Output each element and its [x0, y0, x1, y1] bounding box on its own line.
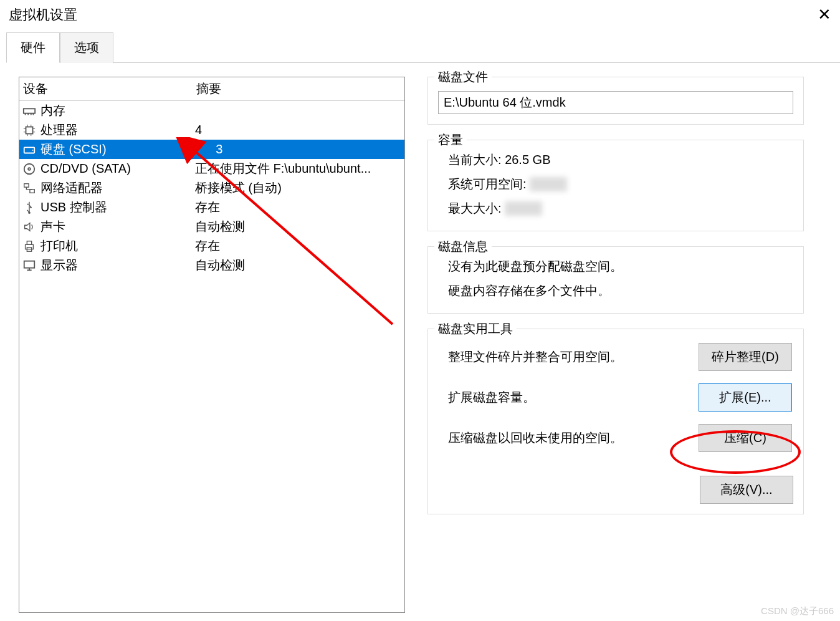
device-name: 声卡 [41, 218, 195, 235]
device-row-network[interactable]: 网络适配器 桥接模式 (自动) [19, 178, 404, 198]
disc-icon [22, 161, 37, 176]
device-table: 设备 摘要 内存 处理器 4 硬盘 (SCSI) 3 [19, 77, 405, 613]
max-size-value [505, 201, 542, 216]
tab-hardware[interactable]: 硬件 [6, 32, 60, 63]
device-row-printer[interactable]: 打印机 存在 [19, 236, 404, 256]
printer-icon [22, 239, 37, 254]
device-summary: 存在 [195, 238, 402, 254]
svg-rect-19 [30, 189, 34, 193]
device-name: 硬盘 (SCSI) [41, 141, 195, 158]
header-summary: 摘要 [196, 80, 221, 97]
device-row-cddvd[interactable]: CD/DVD (SATA) 正在使用文件 F:\ubuntu\ubunt... [19, 159, 404, 178]
current-size-label: 当前大小: [448, 153, 502, 166]
diskinfo-line1: 没有为此硬盘预分配磁盘空间。 [438, 254, 793, 279]
expand-button[interactable]: 扩展(E)... [699, 383, 792, 412]
watermark: CSDN @达子666 [761, 605, 834, 617]
utilities-group: 磁盘实用工具 整理文件碎片并整合可用空间。 碎片整理(D) 扩展磁盘容量。 扩展… [427, 329, 804, 514]
device-summary: 4 [195, 123, 402, 137]
defrag-button[interactable]: 碎片整理(D) [699, 343, 792, 371]
capacity-group: 容量 当前大小: 26.5 GB 系统可用空间: 最大大小: [427, 140, 804, 231]
device-row-display[interactable]: 显示器 自动检测 [19, 256, 404, 275]
device-summary: 正在使用文件 F:\ubuntu\ubunt... [195, 160, 402, 177]
svg-rect-0 [24, 108, 35, 113]
compact-desc: 压缩磁盘以回收未使用的空间。 [439, 430, 623, 446]
device-row-sound[interactable]: 声卡 自动检测 [19, 217, 404, 236]
diskinfo-title: 磁盘信息 [434, 238, 492, 255]
defrag-desc: 整理文件碎片并整合可用空间。 [439, 349, 623, 365]
disk-icon [22, 142, 37, 157]
device-summary: 桥接模式 (自动) [195, 180, 402, 196]
device-summary [195, 104, 402, 118]
utilities-title: 磁盘实用工具 [434, 320, 517, 337]
diskfile-title: 磁盘文件 [434, 69, 492, 85]
window-title: 虚拟机设置 [9, 6, 77, 24]
network-icon [22, 181, 37, 196]
device-summary: 自动检测 [195, 257, 402, 274]
device-name: 网络适配器 [41, 180, 195, 196]
device-name: USB 控制器 [41, 199, 195, 216]
diskfile-group: 磁盘文件 [427, 77, 804, 125]
diskinfo-line2: 硬盘内容存储在多个文件中。 [438, 279, 793, 303]
diskfile-input[interactable] [438, 91, 793, 114]
diskinfo-group: 磁盘信息 没有为此硬盘预分配磁盘空间。 硬盘内容存储在多个文件中。 [427, 246, 804, 314]
device-row-memory[interactable]: 内存 [19, 101, 404, 120]
device-summary: 存在 [195, 199, 402, 216]
compact-button[interactable]: 压缩(C) [699, 424, 792, 452]
display-icon [22, 258, 37, 273]
device-name: 处理器 [41, 122, 195, 138]
svg-rect-5 [26, 127, 33, 133]
free-space-label: 系统可用空间: [448, 177, 527, 191]
close-icon[interactable]: ✕ [818, 5, 831, 24]
svg-point-20 [28, 211, 31, 214]
capacity-title: 容量 [434, 132, 467, 148]
expand-desc: 扩展磁盘容量。 [439, 389, 535, 406]
device-row-disk[interactable]: 硬盘 (SCSI) 3 [19, 140, 404, 159]
advanced-button[interactable]: 高级(V)... [700, 476, 793, 504]
device-row-usb[interactable]: USB 控制器 存在 [19, 198, 404, 217]
svg-rect-21 [26, 244, 34, 249]
device-name: 打印机 [41, 238, 195, 254]
header-device: 设备 [23, 80, 196, 97]
svg-rect-24 [24, 261, 35, 267]
usb-icon [22, 200, 37, 215]
tab-options[interactable]: 选项 [60, 32, 113, 63]
device-row-processor[interactable]: 处理器 4 [19, 120, 404, 140]
svg-point-17 [28, 168, 31, 170]
svg-rect-18 [24, 183, 29, 187]
device-name: 显示器 [41, 257, 195, 274]
device-name: CD/DVD (SATA) [41, 161, 195, 176]
device-name: 内存 [41, 102, 195, 119]
cpu-icon [22, 123, 37, 138]
svg-point-15 [32, 150, 34, 151]
max-size-label: 最大大小: [448, 201, 502, 215]
svg-point-16 [24, 163, 35, 174]
current-size-value: 26.5 GB [505, 153, 550, 166]
memory-icon [22, 104, 37, 118]
free-space-value [530, 177, 567, 191]
device-summary: 3 [195, 142, 402, 156]
svg-rect-22 [27, 241, 31, 244]
device-summary: 自动检测 [195, 218, 402, 235]
sound-icon [22, 219, 37, 234]
